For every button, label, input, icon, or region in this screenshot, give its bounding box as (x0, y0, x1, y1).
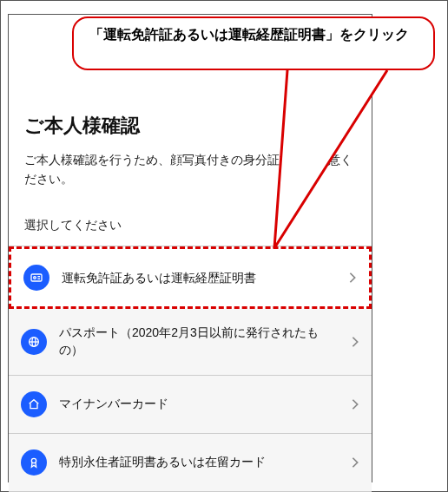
instruction-callout: 「運転免許証あるいは運転経歴証明書」をクリック (72, 16, 435, 70)
badge-icon (21, 449, 47, 476)
chevron-right-icon (351, 336, 359, 348)
option-label: 特別永住者証明書あるいは在留カード (59, 454, 339, 471)
app-panel: ご本人様確認 ご本人様確認を行うため、顔写真付きの身分証書をご用意ください。 選… (8, 14, 372, 482)
callout-text: 「運転免許証あるいは運転経歴証明書」をクリック (89, 27, 409, 42)
option-residence-card[interactable]: 特別永住者証明書あるいは在留カード (9, 434, 372, 492)
content: ご本人様確認 ご本人様確認を行うため、顔写真付きの身分証書をご用意ください。 選… (9, 15, 372, 492)
home-icon (21, 391, 47, 417)
option-label: パスポート（2020年2月3日以前に発行されたもの） (59, 325, 339, 358)
svg-point-1 (34, 277, 36, 279)
option-drivers-license[interactable]: 運転免許証あるいは運転経歴証明書 (9, 246, 372, 309)
option-label: マイナンバーカード (59, 396, 339, 413)
canvas: ご本人様確認 ご本人様確認を行うため、顔写真付きの身分証書をご用意ください。 選… (0, 0, 448, 492)
chevron-right-icon (351, 456, 359, 469)
page-title: ご本人様確認 (24, 113, 356, 139)
select-prompt: 選択してください (24, 218, 356, 233)
option-mynumber[interactable]: マイナンバーカード (9, 376, 372, 434)
globe-icon (21, 329, 47, 355)
chevron-right-icon (351, 398, 359, 410)
id-document-list: 運転免許証あるいは運転経歴証明書 パスポート（2020年2月3日以前 (9, 246, 372, 491)
option-label: 運転免許証あるいは運転経歴証明書 (62, 270, 336, 287)
svg-point-7 (31, 458, 36, 462)
page-description: ご本人様確認を行うため、顔写真付きの身分証書をご用意ください。 (24, 151, 356, 188)
option-passport[interactable]: パスポート（2020年2月3日以前に発行されたもの） (9, 309, 372, 375)
chevron-right-icon (348, 272, 357, 284)
id-card-icon (23, 265, 49, 291)
